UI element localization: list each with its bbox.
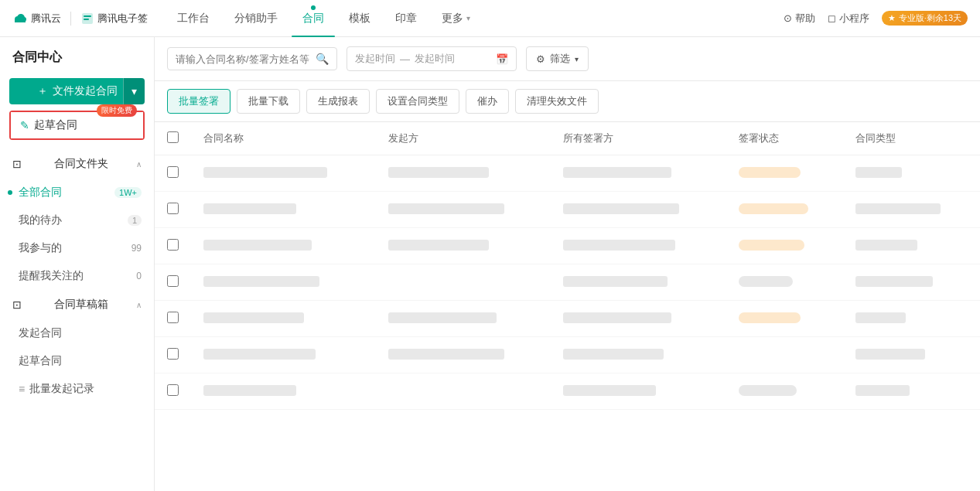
svg-rect-6 <box>84 19 89 20</box>
col-contract-name: 合同名称 <box>191 122 376 155</box>
miniprogram-button[interactable]: ◻ 小程序 <box>828 12 869 26</box>
filter-button[interactable]: ⚙ 筛选 ▾ <box>526 46 589 71</box>
blurred-sender <box>388 312 497 323</box>
cell-sender <box>376 337 551 373</box>
draft-icon: ✎ <box>20 119 29 131</box>
blurred-sender <box>388 203 504 214</box>
status-badge <box>739 276 793 287</box>
nav-seal[interactable]: 印章 <box>384 0 428 37</box>
cell-contract-name <box>191 228 376 264</box>
cell-status <box>726 264 844 301</box>
nav-template[interactable]: 模板 <box>338 0 381 37</box>
folder-chevron-icon: ∧ <box>136 160 142 169</box>
cell-signers <box>551 228 726 264</box>
program-icon: ◻ <box>828 12 836 24</box>
select-all-checkbox[interactable] <box>167 131 179 143</box>
nav-distribution[interactable]: 分销助手 <box>224 0 289 37</box>
remind-button[interactable]: 催办 <box>466 89 509 114</box>
table-row <box>155 301 980 337</box>
sidebar-item-draft-contract[interactable]: 起草合同 <box>0 347 154 375</box>
cell-signers <box>551 155 726 192</box>
crown-icon: ★ <box>888 13 896 23</box>
generate-report-button[interactable]: 生成报表 <box>306 89 370 114</box>
nav-workbench-label: 工作台 <box>177 12 210 26</box>
blurred-signers <box>563 312 671 323</box>
contract-folder-header[interactable]: ⊡ 合同文件夹 ∧ <box>0 149 154 179</box>
col-signers: 所有签署方 <box>551 122 726 155</box>
search-box[interactable]: 🔍 <box>167 47 337 70</box>
cell-contract-name <box>191 192 376 228</box>
blurred-signers <box>563 167 671 178</box>
cell-contract-name <box>191 373 376 410</box>
sidebar-item-participated[interactable]: 我参与的 99 <box>0 234 154 262</box>
pro-badge[interactable]: ★ 专业版·剩余13天 <box>882 11 968 26</box>
row-checkbox[interactable] <box>167 239 179 251</box>
my-todo-label: 我的待办 <box>19 213 62 227</box>
sidebar-item-start-contract[interactable]: 发起合同 <box>0 319 154 347</box>
sidebar-item-my-todo[interactable]: 我的待办 1 <box>0 206 154 234</box>
row-checkbox[interactable] <box>167 203 179 214</box>
blurred-type <box>855 240 917 251</box>
help-button[interactable]: ⊙ 帮助 <box>784 12 815 26</box>
draft-box-header[interactable]: ⊡ 合同草稿箱 ∧ <box>0 290 154 319</box>
batch-records-icon: ≡ <box>19 383 25 395</box>
nav-contract[interactable]: 合同 <box>292 0 335 37</box>
clean-invalid-button[interactable]: 清理失效文件 <box>515 89 599 114</box>
nav-distribution-label: 分销助手 <box>234 12 278 26</box>
sidebar-item-remind[interactable]: 提醒我关注的 0 <box>0 262 154 290</box>
blurred-contract-name <box>203 203 296 214</box>
esign-label: 腾讯电子签 <box>97 12 148 26</box>
cell-signers <box>551 301 726 337</box>
file-start-button[interactable]: ＋ 文件发起合同 ▾ <box>9 78 145 104</box>
row-checkbox[interactable] <box>167 166 179 178</box>
blurred-type <box>855 203 941 214</box>
cell-contract-type <box>843 228 980 264</box>
date-range-picker[interactable]: 发起时间 — 发起时间 📅 <box>347 46 517 71</box>
chevron-down-icon: ▾ <box>466 14 470 22</box>
sidebar-item-batch-records[interactable]: ≡ 批量发起记录 <box>0 375 154 403</box>
my-todo-badge: 1 <box>128 215 142 226</box>
table-header-row: 合同名称 发起方 所有签署方 签署状态 合同类型 <box>155 122 980 155</box>
folder-label: 合同文件夹 <box>54 157 108 171</box>
logo-area: 腾讯云 腾讯电子签 <box>12 11 148 26</box>
main-layout: 合同中心 ＋ 文件发起合同 ▾ ✎ 起草合同 限时免费 ⊡ 合同文件夹 ∧ 全部… <box>0 37 980 491</box>
nav-workbench[interactable]: 工作台 <box>166 0 220 37</box>
dropdown-arrow-icon[interactable]: ▾ <box>123 78 145 104</box>
folder-icon: ⊡ <box>12 158 22 170</box>
row-checkbox-cell <box>155 228 191 264</box>
search-icon: 🔍 <box>316 53 329 65</box>
cell-signers <box>551 373 726 410</box>
blurred-signers <box>563 276 668 287</box>
cell-contract-type <box>843 192 980 228</box>
batch-sign-button[interactable]: 批量签署 <box>167 89 230 114</box>
cell-contract-type <box>843 301 980 337</box>
cell-status <box>726 228 844 264</box>
batch-download-button[interactable]: 批量下载 <box>237 89 300 114</box>
cell-sender <box>376 301 551 337</box>
cell-contract-type <box>843 155 980 192</box>
sidebar-item-all-contracts[interactable]: 全部合同 1W+ <box>0 179 154 206</box>
cell-sender <box>376 264 551 301</box>
cell-signers <box>551 192 726 228</box>
draft-box-chevron-icon: ∧ <box>136 301 142 309</box>
blurred-contract-name <box>203 312 304 323</box>
nav-right: ⊙ 帮助 ◻ 小程序 ★ 专业版·剩余13天 <box>784 11 968 26</box>
cell-sender <box>376 192 551 228</box>
cell-sender <box>376 373 551 410</box>
row-checkbox[interactable] <box>167 312 179 323</box>
blurred-type <box>855 312 906 323</box>
date-start-label: 发起时间 <box>355 52 395 66</box>
search-input[interactable] <box>176 53 311 65</box>
status-badge <box>739 240 804 251</box>
filter-icon: ⚙ <box>536 53 545 65</box>
table-row <box>155 228 980 264</box>
row-checkbox[interactable] <box>167 275 179 287</box>
blurred-sender <box>388 349 504 360</box>
row-checkbox[interactable] <box>167 348 179 360</box>
row-checkbox[interactable] <box>167 384 179 396</box>
date-end-label: 发起时间 <box>415 52 455 66</box>
set-contract-type-button[interactable]: 设置合同类型 <box>376 89 459 114</box>
cell-status <box>726 301 844 337</box>
nav-more[interactable]: 更多 ▾ <box>431 0 481 37</box>
draft-box-icon: ⊡ <box>12 298 22 311</box>
